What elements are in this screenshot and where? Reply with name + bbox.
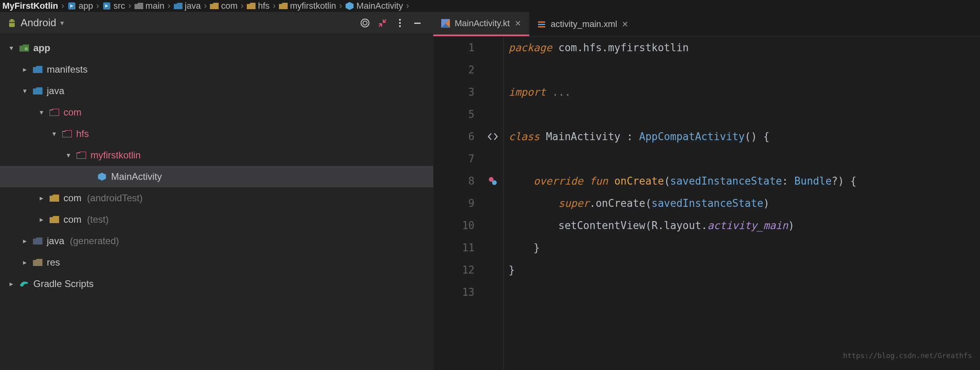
folder-icon [33, 236, 43, 246]
chevron-right-icon: › [239, 1, 245, 11]
caret-down-icon: ▾ [37, 108, 45, 117]
chevron-right-icon: › [405, 1, 411, 11]
tab-activity-main-xml[interactable]: activity_main.xml ✕ [529, 12, 636, 36]
chevron-right-icon: › [127, 1, 133, 11]
target-icon[interactable] [356, 14, 374, 32]
android-icon [7, 18, 17, 28]
breadcrumb-hfs[interactable]: hfs [247, 1, 269, 11]
collapse-icon[interactable] [374, 14, 391, 32]
caret-right-icon: ▸ [21, 237, 29, 245]
breadcrumb-project[interactable]: MyFirstKotlin [2, 1, 58, 11]
folder-icon [62, 129, 72, 139]
caret-right-icon: ▸ [7, 279, 15, 288]
caret-down-icon: ▾ [50, 129, 58, 138]
caret-right-icon: ▸ [37, 215, 45, 224]
caret-right-icon: ▸ [37, 194, 45, 202]
caret-down-icon: ▾ [7, 44, 15, 52]
gutter-glyphs [482, 37, 504, 370]
tree-java-generated[interactable]: ▸java(generated) [0, 230, 433, 252]
svg-point-5 [13, 21, 13, 21]
folder-icon [76, 150, 86, 160]
folder-icon [33, 86, 43, 96]
svg-rect-17 [538, 21, 545, 23]
xml-icon [537, 20, 546, 29]
tree-com-androidtest[interactable]: ▸com(androidTest) [0, 187, 433, 209]
editor-pane: MainActivity.kt ✕ activity_main.xml ✕ 1 … [433, 12, 980, 370]
tree-com-test[interactable]: ▸com(test) [0, 209, 433, 230]
minimize-icon[interactable] [409, 14, 426, 32]
package-icon [49, 193, 60, 203]
breadcrumb-bar: MyFirstKotlin › app › src › main › java … [0, 0, 980, 12]
breadcrumb-main[interactable]: main [135, 1, 165, 11]
tree-myfirstkotlin[interactable]: ▾myfirstkotlin [0, 145, 433, 166]
chevron-right-icon: › [95, 1, 101, 11]
code-content[interactable]: package com.hfs.myfirstkotlin import ...… [504, 37, 980, 370]
close-icon[interactable]: ✕ [622, 19, 628, 29]
kotlin-icon [441, 19, 450, 28]
package-icon [49, 214, 60, 225]
tree-gradle-scripts[interactable]: ▸Gradle Scripts [0, 273, 433, 295]
caret-down-icon: ▾ [21, 87, 29, 95]
tab-label: activity_main.xml [551, 19, 617, 29]
tab-mainactivity[interactable]: MainActivity.kt ✕ [433, 12, 529, 36]
close-icon[interactable]: ✕ [515, 19, 521, 28]
svg-point-7 [363, 21, 367, 25]
tab-label: MainActivity.kt [455, 18, 510, 29]
svg-marker-2 [346, 2, 354, 10]
breadcrumb-java[interactable]: java [174, 1, 201, 11]
tree-manifests[interactable]: ▸manifests [0, 59, 433, 80]
code-markup-icon[interactable] [482, 125, 503, 148]
folder-icon [49, 107, 60, 118]
module-icon [19, 43, 29, 53]
code-editor[interactable]: 1 2 3 5 6 7 8 9 10 11 12 13 pac [433, 37, 980, 370]
caret-right-icon: ▸ [21, 258, 29, 267]
breadcrumb-myfirstkotlin[interactable]: myfirstkotlin [279, 1, 336, 11]
svg-marker-13 [98, 173, 106, 181]
tree-com[interactable]: ▾com [0, 102, 433, 123]
gradle-icon [19, 279, 29, 289]
svg-rect-19 [538, 26, 545, 27]
svg-point-10 [399, 25, 401, 27]
line-number-gutter: 1 2 3 5 6 7 8 9 10 11 12 13 [433, 37, 482, 370]
chevron-right-icon: › [338, 1, 344, 11]
breadcrumb-com[interactable]: com [210, 1, 238, 11]
svg-point-9 [399, 22, 401, 24]
chevron-right-icon: › [60, 1, 66, 11]
folder-icon [33, 64, 43, 75]
svg-rect-11 [414, 23, 421, 24]
caret-down-icon: ▾ [64, 151, 72, 160]
override-gutter-icon[interactable] [482, 170, 503, 192]
tree-hfs[interactable]: ▾hfs [0, 123, 433, 145]
tree-res[interactable]: ▸res [0, 252, 433, 273]
svg-point-21 [492, 180, 497, 185]
chevron-right-icon: › [271, 1, 277, 11]
project-view-selector[interactable]: Android ▾ [7, 17, 64, 29]
project-sidebar: Android ▾ ▾app ▸manifests ▾java ▾com ▾hf… [0, 12, 433, 370]
breadcrumb-app[interactable]: app [67, 1, 93, 11]
svg-point-4 [10, 21, 11, 21]
caret-right-icon: ▸ [21, 65, 29, 74]
more-vertical-icon[interactable] [391, 14, 409, 32]
editor-tabs: MainActivity.kt ✕ activity_main.xml ✕ [433, 12, 980, 37]
project-tree: ▾app ▸manifests ▾java ▾com ▾hfs ▾myfirst… [0, 34, 433, 295]
svg-point-12 [25, 47, 28, 50]
svg-rect-18 [538, 24, 545, 25]
watermark-text: https://blog.csdn.net/Greathfs [843, 345, 972, 367]
svg-point-6 [361, 19, 369, 27]
chevron-down-icon: ▾ [60, 19, 64, 27]
sidebar-header: Android ▾ [0, 12, 433, 34]
svg-point-8 [399, 19, 401, 21]
chevron-right-icon: › [202, 1, 208, 11]
class-icon [97, 172, 107, 182]
breadcrumb-src[interactable]: src [102, 1, 125, 11]
tree-mainactivity[interactable]: MainActivity [0, 166, 433, 187]
chevron-right-icon: › [166, 1, 172, 11]
tree-app[interactable]: ▾app [0, 37, 433, 59]
tree-java[interactable]: ▾java [0, 80, 433, 102]
breadcrumb-class[interactable]: MainActivity [345, 1, 403, 11]
folder-icon [33, 257, 43, 268]
